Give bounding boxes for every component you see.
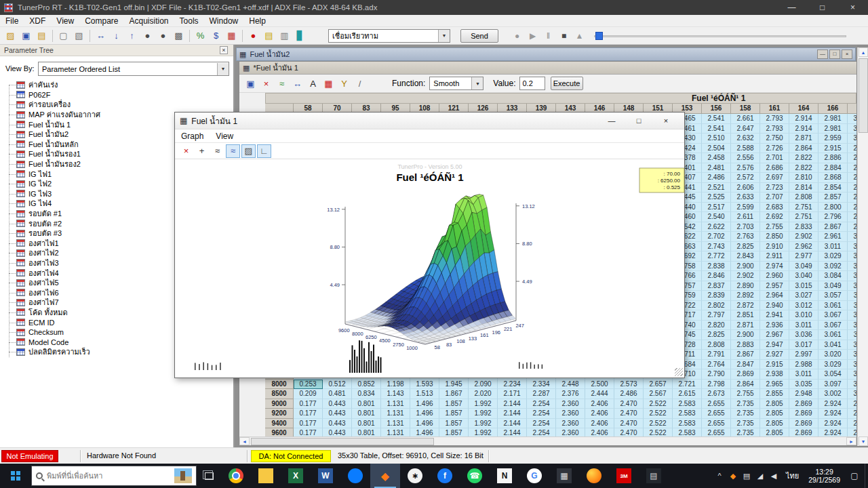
tray-network-icon[interactable]: ◢ [753,472,767,481]
stop-icon[interactable]: ■ [556,29,572,43]
table-cell[interactable]: 3.018 [848,232,857,242]
table-cell[interactable]: 1.143 [381,389,410,399]
table-cell[interactable]: 2.914 [789,124,818,134]
table-cell[interactable]: 2.721 [673,380,702,390]
minimize-icon[interactable]: — [776,0,807,15]
table-cell[interactable]: 2.965 [760,380,789,390]
table-cell[interactable]: 3.105 [848,369,857,380]
table-cell[interactable]: 2.701 [760,153,789,163]
table-cell[interactable]: 0.177 [294,399,323,409]
table-cell[interactable]: 2.900 [731,262,760,272]
table-cell[interactable]: 2.884 [818,163,848,174]
table-cell[interactable]: 2.805 [760,419,789,429]
minimize-icon[interactable]: — [598,114,625,128]
table-cell[interactable]: 2.927 [760,350,789,360]
table-cell[interactable]: 2.144 [498,419,527,429]
column-header[interactable]: 171 [848,104,857,114]
shade-icon[interactable]: ▨ [241,144,256,158]
horizontal-scrollbar[interactable]: ◄ ► [239,436,856,445]
table-cell[interactable]: 0.177 [294,419,323,429]
menu-help[interactable]: Help [243,15,271,26]
open-folder-icon[interactable]: ▨ [3,29,18,43]
table-cell[interactable]: 2.800 [818,203,848,213]
table-cell[interactable]: 2.960 [760,271,789,281]
table-cell[interactable]: 2.723 [760,183,789,193]
table-cell[interactable]: 2.020 [469,389,498,399]
table-cell[interactable]: 3.092 [818,262,848,272]
table-cell[interactable]: 2.540 [702,212,731,222]
table-cell[interactable]: 3.057 [818,291,848,301]
maximize-icon[interactable]: □ [625,114,652,128]
3m-icon[interactable]: 3M [609,464,639,488]
axis-y-icon[interactable]: Y [337,77,351,90]
chevron-down-icon[interactable]: ▼ [471,77,483,89]
table-cell[interactable]: 0.177 [294,409,323,419]
keyboard-icon[interactable]: ▤ [639,464,669,488]
action-center-icon[interactable]: ▢ [844,471,865,481]
table-cell[interactable]: 2.458 [702,153,731,163]
tree-item-0[interactable]: ค่าคันเร่ง [0,80,233,90]
table-cell[interactable]: 2.961 [818,232,848,242]
table-cell[interactable]: 2.872 [731,301,760,311]
table-cell[interactable]: 1.198 [381,380,410,390]
table-cell[interactable]: 2.839 [702,291,731,301]
table-cell[interactable]: 2.797 [702,310,731,321]
table-cell[interactable]: 2.924 [818,399,848,409]
monitor-icon[interactable]: ▥ [277,29,292,43]
table-cell[interactable]: 3.112 [848,291,857,301]
close-icon[interactable]: × [842,49,852,59]
log-icon[interactable]: ▤ [262,29,276,43]
table-cell[interactable]: 2.825 [702,330,731,340]
table-cell[interactable]: 2.735 [731,399,760,409]
table-cell[interactable]: 2.360 [556,419,585,429]
table-cell[interactable]: 1.857 [439,409,469,419]
table-cell[interactable]: 2.615 [673,389,702,399]
background-window-titlebar[interactable]: ▦ Fuel น้ำมัน2 — □ × [236,47,856,61]
table-cell[interactable]: 2.936 [760,321,789,331]
table-cell[interactable]: 2.814 [789,183,818,193]
table-cell[interactable]: 2.890 [731,281,760,291]
table-cell[interactable]: 2.977 [789,251,818,262]
connection-combo[interactable]: เชื่อมเรียวทาม ▼ [328,29,450,43]
send-button[interactable]: Send [460,29,498,43]
axes-icon[interactable]: ∟ [257,144,271,158]
table-cell[interactable]: 2.541 [702,114,731,124]
table-cell[interactable]: 0.801 [352,409,381,419]
table-cell[interactable]: 2.583 [673,399,702,409]
table-cell[interactable]: 2.940 [760,301,789,311]
table-cell[interactable]: 2.254 [527,419,556,429]
table-cell[interactable]: 1.131 [381,399,410,409]
table-cell[interactable]: 2.911 [760,251,789,262]
table-cell[interactable]: 0.834 [352,389,381,399]
table-cell[interactable]: 2.254 [527,409,556,419]
table-cell[interactable]: 2.949 [848,153,857,163]
table-cell[interactable]: 2.661 [731,114,760,124]
table-cell[interactable]: 2.171 [498,389,527,399]
table-cell[interactable]: 2.868 [818,173,848,183]
table-cell[interactable]: 3.121 [848,310,857,321]
table-cell[interactable]: 2.622 [702,222,731,232]
vertical-scrollbar[interactable]: ▲ ▼ [857,47,868,446]
table-cell[interactable]: 2.900 [731,330,760,340]
messenger-icon[interactable] [340,464,370,488]
scalar-icon[interactable]: $ [209,29,223,43]
table-cell[interactable]: 3.135 [848,271,857,281]
menu-window[interactable]: Window [204,15,244,26]
table-cell[interactable]: 2.808 [789,192,818,203]
table-cell[interactable]: 2.931 [848,173,857,183]
table-cell[interactable]: 2.583 [673,419,702,429]
menu-acquisition[interactable]: Acquisition [124,15,174,26]
table-cell[interactable]: 1.945 [439,380,469,390]
table-cell[interactable]: 0.512 [323,380,352,390]
table-cell[interactable]: 2.886 [818,153,848,163]
burn-icon[interactable]: ▩ [172,29,186,43]
table-cell[interactable]: 1.992 [469,409,498,419]
table-cell[interactable]: 3.036 [789,330,818,340]
table-cell[interactable]: 2.869 [789,419,818,429]
table-cell[interactable]: 2.144 [498,409,527,419]
table-cell[interactable]: 0.801 [352,399,381,409]
table-cell[interactable]: 2.522 [644,419,673,429]
table-cell[interactable]: 3.015 [789,281,818,291]
download-arrow-icon[interactable]: ↓ [109,29,123,43]
table-cell[interactable]: 2.946 [848,163,857,174]
